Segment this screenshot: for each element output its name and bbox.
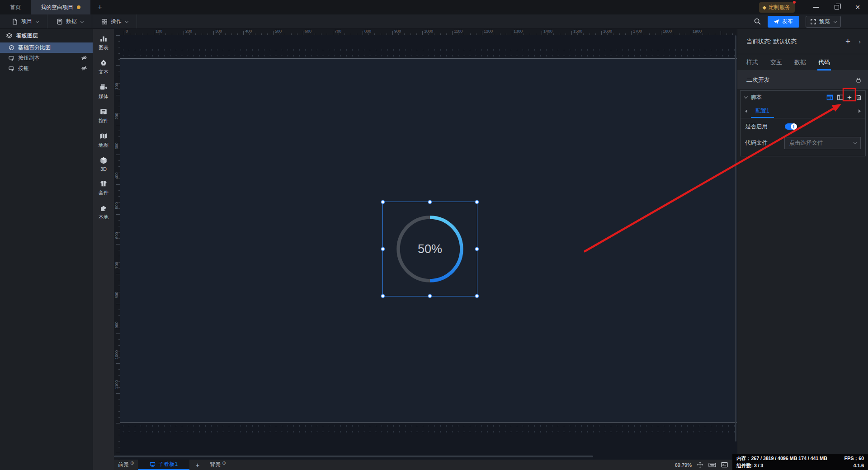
ruler-label: 1000 <box>424 29 433 33</box>
foreground-label: 前景 <box>118 461 129 469</box>
restore-icon <box>835 5 839 9</box>
chevron-down-icon <box>853 140 857 144</box>
enable-toggle[interactable] <box>785 123 797 130</box>
custom-service-badge[interactable]: ◆ 定制服务 <box>759 2 795 13</box>
zoom-level[interactable]: 69.79% <box>675 462 692 468</box>
pan-tool-icon[interactable] <box>697 461 703 468</box>
subboard-tab[interactable]: 子看板1 <box>138 460 189 470</box>
titlebar: 首页 我的空白项目 + ◆ 定制服务 ✕ <box>0 0 868 14</box>
media-icon <box>99 83 108 91</box>
lock-icon[interactable] <box>855 77 862 83</box>
tab-data[interactable]: 数据 <box>794 54 806 70</box>
menu-data[interactable]: 数据 <box>47 14 92 28</box>
inspector-panel: 当前状态: 默认状态 + › 样式 交互 数据 代码 二次开发 脚本 + <box>737 29 868 470</box>
menu-project[interactable]: 项目 <box>3 14 47 28</box>
resize-handle-nw[interactable] <box>381 200 385 204</box>
code-file-select[interactable]: 点击选择文件 <box>784 137 861 149</box>
chevron-down-icon <box>833 19 837 23</box>
minimize-button[interactable] <box>806 0 826 14</box>
ruler-label: 1800 <box>663 29 672 33</box>
component-count-stat: 组件数: 3 / 3 <box>736 462 763 469</box>
resize-handle-n[interactable] <box>428 200 432 204</box>
design-canvas[interactable]: 0100200300400500600700800900100011001200… <box>114 29 737 460</box>
next-state-icon[interactable]: › <box>859 38 861 45</box>
tool-kits[interactable]: 套件 <box>93 179 114 196</box>
keyboard-icon[interactable] <box>708 461 716 468</box>
code-file-placeholder: 点击选择文件 <box>789 139 823 147</box>
add-board-button[interactable]: + <box>189 460 206 470</box>
table-view-icon[interactable] <box>826 94 833 101</box>
ruler-label: 1900 <box>693 29 702 33</box>
add-config-button[interactable]: + <box>847 94 852 101</box>
menu-actions[interactable]: 操作 <box>92 14 137 28</box>
ruler-label: 600 <box>114 230 119 241</box>
tool-label: 地图 <box>99 142 108 149</box>
add-background-icon[interactable]: ⊕ <box>222 461 226 465</box>
preview-button[interactable]: 预览 <box>806 16 841 28</box>
add-foreground-icon[interactable]: ⊕ <box>130 461 134 465</box>
tool-text[interactable]: 文本 <box>93 59 114 75</box>
script-group: 脚本 + 配置1 是否启用 代码文件 点击选择文件 <box>740 90 866 156</box>
tab-project[interactable]: 我的空白项目 <box>31 0 90 14</box>
eye-off-icon[interactable] <box>81 55 87 61</box>
toggle-knob <box>791 123 797 130</box>
resize-handle-s[interactable] <box>428 294 432 298</box>
collapse-chevron-icon[interactable] <box>744 95 748 99</box>
secondary-dev-label: 二次开发 <box>746 76 770 84</box>
tool-charts[interactable]: 图表 <box>93 34 114 51</box>
selected-widget-percent-chart[interactable]: 50% <box>383 202 477 296</box>
search-icon[interactable] <box>754 18 761 25</box>
tab-interaction[interactable]: 交互 <box>770 54 782 70</box>
publish-label: 发布 <box>782 18 793 25</box>
resize-handle-ne[interactable] <box>475 200 479 204</box>
panel-view-icon[interactable] <box>837 94 844 101</box>
tool-3d[interactable]: 3D <box>93 156 114 172</box>
background-button[interactable]: 背景 ⊕ <box>206 460 230 470</box>
scroll-right-icon[interactable] <box>859 109 861 113</box>
terminal-icon[interactable] <box>721 461 728 468</box>
maximize-button[interactable] <box>826 0 847 14</box>
close-button[interactable]: ✕ <box>847 0 868 14</box>
tab-style[interactable]: 样式 <box>746 54 758 70</box>
config-tab-1[interactable]: 配置1 <box>753 104 772 118</box>
eye-off-icon[interactable] <box>81 65 87 71</box>
trash-icon[interactable] <box>855 94 862 101</box>
tool-label: 本地 <box>99 214 108 221</box>
resize-handle-w[interactable] <box>381 247 385 251</box>
board-icon <box>150 461 156 467</box>
resize-handle-sw[interactable] <box>381 294 385 298</box>
subboard-tab-label: 子看板1 <box>158 461 178 468</box>
layer-item-button[interactable]: 按钮 <box>0 63 93 74</box>
tool-map[interactable]: 地图 <box>93 132 114 149</box>
tab-home[interactable]: 首页 <box>0 0 31 14</box>
layer-item-button-copy[interactable]: 按钮副本 <box>0 53 93 63</box>
add-state-button[interactable]: + <box>845 37 850 47</box>
code-file-row: 代码文件 点击选择文件 <box>741 135 865 151</box>
tab-code[interactable]: 代码 <box>818 54 830 70</box>
ruler-corner <box>114 29 120 35</box>
vertical-scrollbar[interactable] <box>735 35 736 442</box>
publish-button[interactable]: 发布 <box>768 16 799 28</box>
tool-widgets[interactable]: 控件 <box>93 108 114 124</box>
offcanvas-dot-grid <box>120 423 737 434</box>
resize-handle-e[interactable] <box>475 247 479 251</box>
horizontal-scrollbar[interactable] <box>114 456 593 457</box>
ruler-label: 1400 <box>543 29 552 33</box>
minimize-icon <box>813 7 819 8</box>
chevron-down-icon <box>125 19 128 23</box>
tool-media[interactable]: 媒体 <box>93 83 114 100</box>
layer-item-percent-chart[interactable]: 基础百分比图 <box>0 42 93 53</box>
tool-label: 图表 <box>99 44 108 51</box>
grid-icon <box>101 19 108 25</box>
layer-item-label: 按钮 <box>18 65 29 72</box>
diamond-icon: ◆ <box>763 5 766 10</box>
ruler-label: 300 <box>215 29 222 33</box>
new-tab-button[interactable]: + <box>90 0 109 14</box>
ruler-label: 400 <box>245 29 252 33</box>
tool-local[interactable]: 本地 <box>93 204 114 221</box>
layers-icon <box>6 33 13 39</box>
secondary-dev-section[interactable]: 二次开发 <box>737 71 868 89</box>
resize-handle-se[interactable] <box>475 294 479 298</box>
scroll-left-icon[interactable] <box>745 109 747 113</box>
foreground-button[interactable]: 前景 ⊕ <box>114 460 138 470</box>
